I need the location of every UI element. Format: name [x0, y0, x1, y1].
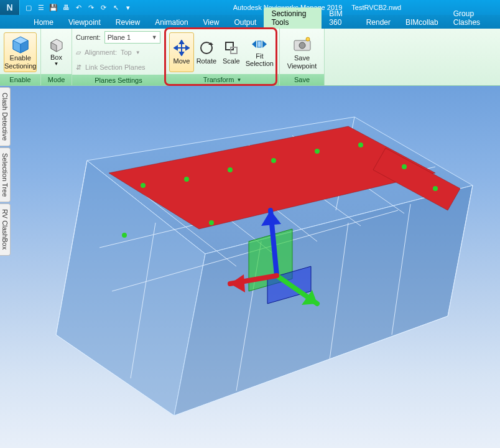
svg-point-42 — [141, 183, 146, 188]
svg-rect-17 — [257, 41, 261, 47]
current-plane-value: Plane 1 — [108, 34, 131, 41]
move-label: Move — [174, 57, 190, 65]
panel-rv-clashbox[interactable]: RV ClashBox — [0, 203, 11, 255]
svg-marker-16 — [262, 40, 267, 48]
document-name: TestRVCB2.nwd — [351, 4, 401, 11]
tab-group-clashes[interactable]: Group Clashes — [446, 7, 500, 29]
scale-button[interactable]: Scale — [219, 32, 244, 72]
panel-transform-title[interactable]: Transform ▼ — [165, 74, 279, 85]
current-plane-label: Current: — [76, 34, 101, 41]
svg-point-49 — [433, 186, 438, 191]
tab-bim360[interactable]: BIM 360 — [322, 7, 358, 29]
move-button[interactable]: Move — [169, 32, 194, 72]
qat-new-icon[interactable]: ▢ — [22, 1, 35, 14]
svg-point-19 — [299, 42, 305, 49]
quick-access-toolbar: ▢ ☰ 💾 🖶 ↶ ↷ ⟳ ↖ ▾ — [22, 1, 134, 14]
ribbon: Enable Sectioning Enable Box ▼ Mode Curr… — [0, 29, 500, 86]
scale-icon — [223, 40, 239, 57]
fit-selection-button[interactable]: Fit Selection — [244, 32, 275, 72]
svg-marker-10 — [186, 46, 189, 50]
tab-sectioning-tools[interactable]: Sectioning Tools — [264, 7, 322, 29]
svg-point-50 — [122, 233, 127, 238]
qat-dropdown-icon[interactable]: ▾ — [122, 1, 134, 14]
plane-icon: ▱ — [76, 49, 81, 57]
svg-marker-8 — [180, 52, 183, 55]
save-viewpoint-button[interactable]: Save Viewpoint — [284, 32, 320, 72]
panel-planes-title: Planes Settings — [72, 75, 165, 85]
enable-sectioning-button[interactable]: Enable Sectioning — [4, 32, 37, 72]
box-mode-button[interactable]: Box ▼ — [45, 32, 68, 72]
docked-panels: Clash Detective Selection Tree RV ClashB… — [0, 87, 11, 256]
chevron-down-icon: ▼ — [136, 50, 141, 55]
tab-output[interactable]: Output — [226, 16, 264, 29]
chevron-down-icon: ▼ — [236, 77, 241, 83]
qat-refresh-icon[interactable]: ⟳ — [97, 1, 109, 14]
qat-print-icon[interactable]: 🖶 — [60, 1, 72, 14]
svg-point-48 — [402, 164, 407, 169]
scale-label: Scale — [223, 57, 240, 65]
svg-marker-7 — [180, 40, 183, 44]
3d-viewport[interactable] — [0, 86, 500, 448]
svg-point-44 — [228, 167, 233, 172]
chevron-down-icon: ▼ — [54, 61, 59, 67]
box-label: Box — [50, 54, 62, 61]
svg-marker-9 — [174, 46, 177, 50]
tab-viewpoint[interactable]: Viewpoint — [61, 16, 108, 29]
svg-point-43 — [184, 177, 189, 182]
rotate-button[interactable]: Rotate — [194, 32, 219, 72]
move-icon — [174, 40, 190, 57]
alignment-label: Alignment: — [85, 49, 117, 56]
panel-mode-title: Mode — [41, 74, 72, 85]
title-bar: N ▢ ☰ 💾 🖶 ↶ ↷ ⟳ ↖ ▾ Autodesk Navisworks … — [0, 0, 500, 15]
panel-clash-detective[interactable]: Clash Detective — [0, 87, 11, 146]
alignment-value: Top — [121, 49, 132, 56]
link-planes-label: Link Section Planes — [85, 63, 146, 71]
tab-view[interactable]: View — [196, 16, 227, 29]
svg-rect-13 — [226, 42, 233, 50]
qat-undo-icon[interactable]: ↶ — [72, 1, 85, 14]
svg-point-45 — [271, 158, 276, 163]
svg-point-51 — [209, 220, 214, 225]
rotate-label: Rotate — [197, 57, 216, 65]
enable-sectioning-label: Enable Sectioning — [4, 54, 36, 69]
panel-save-title: Save — [280, 74, 324, 85]
fit-selection-label: Fit Selection — [246, 52, 274, 67]
box-icon — [49, 37, 64, 54]
rotate-icon — [198, 40, 215, 57]
save-viewpoint-label: Save Viewpoint — [287, 54, 317, 69]
svg-point-47 — [358, 142, 363, 147]
svg-point-46 — [315, 149, 320, 154]
qat-redo-icon[interactable]: ↷ — [85, 1, 97, 14]
current-plane-dropdown[interactable]: Plane 1 ▼ — [104, 31, 160, 44]
ribbon-tabs: Home Viewpoint Review Animation View Out… — [0, 15, 500, 29]
link-icon: ⇵ — [76, 63, 81, 72]
panel-enable-title: Enable — [0, 74, 40, 85]
qat-save-icon[interactable]: 💾 — [47, 1, 60, 14]
qat-select-icon[interactable]: ↖ — [109, 1, 122, 14]
svg-point-20 — [306, 37, 310, 41]
app-menu-button[interactable]: N — [0, 0, 20, 15]
chevron-down-icon: ▼ — [152, 34, 157, 40]
svg-marker-15 — [252, 40, 256, 48]
fit-selection-icon — [251, 37, 268, 52]
qat-open-icon[interactable]: ☰ — [35, 1, 47, 14]
tab-home[interactable]: Home — [26, 16, 61, 29]
tab-review[interactable]: Review — [108, 16, 147, 29]
panel-selection-tree[interactable]: Selection Tree — [0, 147, 11, 202]
tab-render[interactable]: Render — [359, 16, 398, 29]
sectioning-icon — [11, 34, 30, 54]
tab-bimcollab[interactable]: BIMcollab — [398, 16, 446, 29]
model-render — [0, 86, 500, 448]
tab-animation[interactable]: Animation — [147, 16, 195, 29]
camera-icon — [292, 34, 312, 54]
